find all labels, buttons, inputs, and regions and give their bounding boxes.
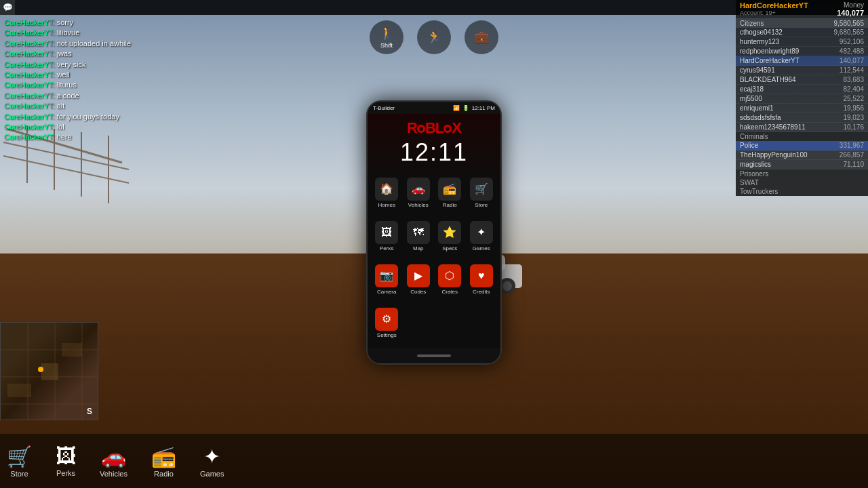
run-button[interactable]: 🏃 — [417, 20, 451, 54]
job-button[interactable]: 💼 — [465, 20, 498, 54]
chat-icon[interactable]: 💬 — [0, 0, 15, 15]
toolbar-games[interactable]: ✦Games — [200, 445, 224, 478]
criminal-leaderboard-row: Police331,967 — [736, 141, 868, 150]
crates-icon: ⬡ — [438, 264, 461, 287]
phone-app-perks[interactable]: 🖼Perks — [372, 214, 402, 256]
perks-label: Perks — [380, 245, 393, 251]
minimap-label: S — [87, 407, 92, 416]
games-icon: ✦ — [470, 221, 493, 244]
phone: T-Builder 📶 🔋 12:11 PM RBLX 12:11 🏠Homes… — [366, 100, 502, 365]
account-label: Account: 19+ — [740, 9, 808, 16]
chat-name: CoreHackerYT: — [4, 113, 55, 121]
leaderboard-row: redphoenixwright89482,488 — [736, 47, 868, 56]
radio-toolbar-icon: 📻 — [151, 445, 176, 468]
prisoners-label: Prisoners — [736, 169, 868, 178]
phone-time-status: 12:11 PM — [472, 105, 495, 111]
top-center-icons: 🚶 Shift 🏃 💼 — [370, 20, 498, 54]
toolbar-store[interactable]: 🛒Store — [7, 445, 32, 478]
leaderboard-row: huntermy123952,106 — [736, 37, 868, 47]
store-toolbar-label: Store — [10, 470, 28, 478]
leaderboard-row: HardCoreHackerYT140,077 — [736, 56, 868, 66]
towtruckers-label: TowTruckers — [736, 187, 868, 196]
rp-header: HardCoreHackerYT Account: 19+ Money 140,… — [736, 0, 868, 19]
toolbar-radio[interactable]: 📻Radio — [151, 445, 176, 478]
vehicles-icon: 🚗 — [407, 178, 430, 201]
perks-toolbar-label: Perks — [56, 469, 75, 477]
phone-app-codes[interactable]: ▶Codes — [403, 258, 434, 300]
bottom-toolbar: 🛒Store🖼Perks🚗Vehicles📻Radio✦Games — [0, 434, 868, 488]
games-toolbar-label: Games — [200, 470, 224, 478]
settings-label: Settings — [377, 332, 397, 338]
leaderboard-row: sdsdsdsfsfsfa19,023 — [736, 113, 868, 123]
toolbar-items: 🛒Store🖼Perks🚗Vehicles📻Radio✦Games — [7, 445, 224, 478]
leaderboard-row: cthogse041329,680,565 — [736, 28, 868, 37]
phone-app-games[interactable]: ✦Games — [467, 214, 497, 256]
radio-label: Radio — [443, 202, 457, 208]
svg-point-14 — [502, 281, 512, 291]
perks-toolbar-icon: 🖼 — [56, 445, 76, 468]
vehicles-toolbar-icon: 🚗 — [101, 445, 126, 468]
chat-line: CoreHackerYT: here — [4, 132, 152, 142]
chat-line: CoreHackerYT: for yiou guys today — [4, 112, 152, 122]
chat-line: CoreHackerYT: well — [4, 70, 152, 80]
credits-icon: ♥ — [470, 264, 493, 287]
phone-app-vehicles[interactable]: 🚗Vehicles — [403, 171, 434, 213]
phone-app-camera[interactable]: 📷Camera — [372, 258, 402, 300]
phone-app-map[interactable]: 🗺Map — [403, 214, 434, 256]
store-icon: 🛒 — [470, 178, 493, 201]
chat-line: CoreHackerYT: a code — [4, 91, 152, 101]
specs-icon: ⭐ — [438, 221, 461, 244]
criminal-rows: Police331,967TheHappyPenguin100266,857ma… — [736, 141, 868, 169]
minimap: S — [0, 322, 98, 420]
vehicles-toolbar-label: Vehicles — [100, 470, 127, 478]
chat-line: CoreHackerYT: not uploaded in awhile — [4, 39, 152, 49]
leaderboard-row: enriquemi119,956 — [736, 104, 868, 113]
games-label: Games — [473, 245, 490, 251]
phone-apps-grid: 🏠Homes🚗Vehicles📻Radio🛒Store🖼Perks🗺Map⭐Sp… — [368, 168, 500, 346]
chat-name: CoreHackerYT: — [4, 102, 55, 110]
phone-app-homes[interactable]: 🏠Homes — [372, 171, 402, 213]
roblox-logo: RBLX — [407, 119, 461, 137]
money-label: Money — [837, 1, 864, 9]
chat-name: CoreHackerYT: — [4, 92, 55, 100]
phone-app-radio[interactable]: 📻Radio — [435, 171, 465, 213]
chat-name: CoreHackerYT: — [4, 49, 55, 58]
shift-button[interactable]: 🚶 Shift — [370, 20, 403, 54]
chat-line: CoreHackerYT: very sick — [4, 60, 152, 70]
phone-app-settings[interactable]: ⚙Settings — [372, 301, 402, 343]
phone-app-store[interactable]: 🛒Store — [467, 171, 497, 213]
chat-name: CoreHackerYT: — [4, 39, 55, 47]
phone-carrier: T-Builder — [373, 105, 395, 111]
phone-app-credits[interactable]: ♥Credits — [467, 258, 497, 300]
toolbar-perks[interactable]: 🖼Perks — [56, 445, 76, 477]
citizen-rows: cthogse041329,680,565huntermy123952,106r… — [736, 28, 868, 132]
player-minimap-marker — [38, 367, 43, 372]
settings-icon: ⚙ — [375, 308, 398, 331]
radio-icon: 📻 — [438, 178, 461, 201]
codes-label: Codes — [410, 289, 426, 295]
phone-home-indicator[interactable] — [368, 348, 500, 363]
player-username: HardCoreHackerYT — [740, 1, 808, 9]
citizens-header: Citizens 9,580,565 — [736, 19, 868, 28]
toolbar-vehicles[interactable]: 🚗Vehicles — [100, 445, 127, 478]
leaderboard-panel: HardCoreHackerYT Account: 19+ Money 140,… — [736, 0, 868, 196]
homes-icon: 🏠 — [375, 178, 398, 201]
svg-rect-22 — [62, 343, 82, 357]
leaderboard-row: hakeem1234567891110,176 — [736, 123, 868, 132]
swat-label: SWAT — [736, 178, 868, 187]
phone-app-specs[interactable]: ⭐Specs — [435, 214, 465, 256]
minimap-inner: S — [1, 323, 98, 420]
specs-label: Specs — [442, 245, 457, 251]
phone-status-bar: T-Builder 📶 🔋 12:11 PM — [368, 102, 500, 114]
criminal-leaderboard-row: TheHappyPenguin100266,857 — [736, 150, 868, 160]
criminal-leaderboard-row: magicslics71,110 — [736, 160, 868, 169]
chat-name: CoreHackerYT: — [4, 123, 55, 131]
map-icon: 🗺 — [407, 221, 430, 244]
svg-rect-21 — [41, 363, 58, 380]
homes-label: Homes — [378, 202, 395, 208]
leaderboard-row: BLACKDEATH96483,683 — [736, 75, 868, 85]
phone-app-crates[interactable]: ⬡Crates — [435, 258, 465, 300]
criminals-label: Criminals — [736, 132, 868, 141]
chat-name: CoreHackerYT: — [4, 60, 55, 68]
chat-name: CoreHackerYT: — [4, 70, 55, 79]
